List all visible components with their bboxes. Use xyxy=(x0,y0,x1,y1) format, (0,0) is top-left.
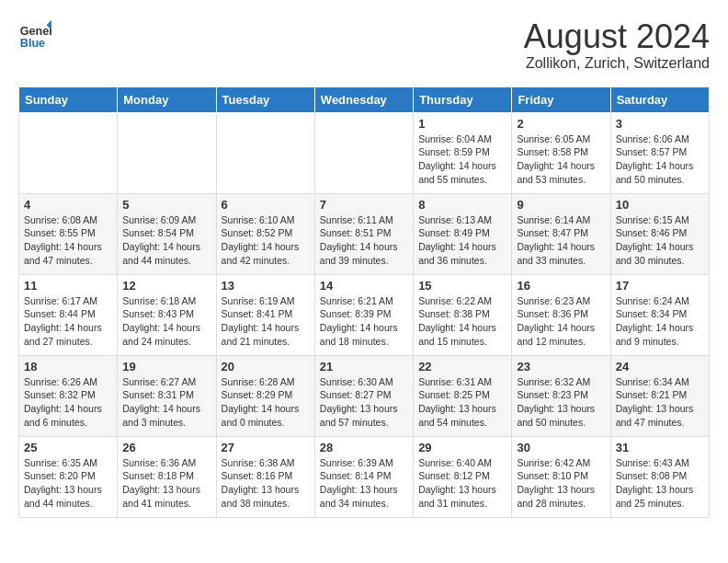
day-number: 3 xyxy=(616,117,704,131)
day-cell: 24Sunrise: 6:34 AM Sunset: 8:21 PM Dayli… xyxy=(610,355,709,436)
day-info: Sunrise: 6:21 AM Sunset: 8:39 PM Dayligh… xyxy=(320,294,408,349)
calendar-header-row: SundayMondayTuesdayWednesdayThursdayFrid… xyxy=(19,86,710,112)
day-cell xyxy=(314,112,413,193)
week-row-4: 18Sunrise: 6:26 AM Sunset: 8:32 PM Dayli… xyxy=(19,355,710,436)
day-cell: 15Sunrise: 6:22 AM Sunset: 8:38 PM Dayli… xyxy=(414,274,512,355)
day-info: Sunrise: 6:19 AM Sunset: 8:41 PM Dayligh… xyxy=(222,294,310,349)
day-number: 28 xyxy=(320,441,408,454)
day-info: Sunrise: 6:42 AM Sunset: 8:10 PM Dayligh… xyxy=(517,456,605,511)
day-number: 31 xyxy=(616,441,704,454)
day-number: 9 xyxy=(517,198,605,212)
column-header-sunday: Sunday xyxy=(19,86,118,112)
day-info: Sunrise: 6:17 AM Sunset: 8:44 PM Dayligh… xyxy=(24,294,112,349)
logo: General Blue xyxy=(18,18,51,52)
logo-icon: General Blue xyxy=(18,18,51,52)
day-info: Sunrise: 6:10 AM Sunset: 8:52 PM Dayligh… xyxy=(222,213,310,268)
day-cell: 23Sunrise: 6:32 AM Sunset: 8:23 PM Dayli… xyxy=(512,355,610,436)
day-number: 6 xyxy=(222,198,310,212)
day-number: 4 xyxy=(24,198,112,212)
day-number: 5 xyxy=(122,198,210,212)
day-number: 22 xyxy=(418,360,506,373)
day-number: 26 xyxy=(122,441,210,454)
svg-text:Blue: Blue xyxy=(20,37,45,50)
day-info: Sunrise: 6:28 AM Sunset: 8:29 PM Dayligh… xyxy=(222,375,310,430)
day-cell: 13Sunrise: 6:19 AM Sunset: 8:41 PM Dayli… xyxy=(216,274,314,355)
day-cell: 14Sunrise: 6:21 AM Sunset: 8:39 PM Dayli… xyxy=(314,274,413,355)
month-year: August 2024 xyxy=(524,18,710,55)
day-cell: 7Sunrise: 6:11 AM Sunset: 8:51 PM Daylig… xyxy=(314,193,413,274)
day-info: Sunrise: 6:36 AM Sunset: 8:18 PM Dayligh… xyxy=(122,456,210,511)
column-header-friday: Friday xyxy=(512,86,610,112)
day-info: Sunrise: 6:11 AM Sunset: 8:51 PM Dayligh… xyxy=(320,213,408,268)
calendar-table: SundayMondayTuesdayWednesdayThursdayFrid… xyxy=(18,86,710,518)
day-info: Sunrise: 6:23 AM Sunset: 8:36 PM Dayligh… xyxy=(517,294,605,349)
day-cell: 26Sunrise: 6:36 AM Sunset: 8:18 PM Dayli… xyxy=(118,436,216,517)
column-header-wednesday: Wednesday xyxy=(314,86,413,112)
day-cell: 17Sunrise: 6:24 AM Sunset: 8:34 PM Dayli… xyxy=(610,274,709,355)
day-info: Sunrise: 6:30 AM Sunset: 8:27 PM Dayligh… xyxy=(320,375,408,430)
day-cell: 6Sunrise: 6:10 AM Sunset: 8:52 PM Daylig… xyxy=(216,193,314,274)
day-info: Sunrise: 6:08 AM Sunset: 8:55 PM Dayligh… xyxy=(24,213,112,268)
day-info: Sunrise: 6:39 AM Sunset: 8:14 PM Dayligh… xyxy=(320,456,408,511)
day-number: 16 xyxy=(517,279,605,293)
day-info: Sunrise: 6:04 AM Sunset: 8:59 PM Dayligh… xyxy=(418,132,506,187)
day-cell: 11Sunrise: 6:17 AM Sunset: 8:44 PM Dayli… xyxy=(19,274,118,355)
day-info: Sunrise: 6:40 AM Sunset: 8:12 PM Dayligh… xyxy=(418,456,506,511)
day-cell: 18Sunrise: 6:26 AM Sunset: 8:32 PM Dayli… xyxy=(19,355,118,436)
day-info: Sunrise: 6:31 AM Sunset: 8:25 PM Dayligh… xyxy=(418,375,506,430)
day-cell: 8Sunrise: 6:13 AM Sunset: 8:49 PM Daylig… xyxy=(414,193,512,274)
day-number: 18 xyxy=(24,360,112,373)
title-block: August 2024 Zollikon, Zurich, Switzerlan… xyxy=(524,18,710,72)
day-info: Sunrise: 6:15 AM Sunset: 8:46 PM Dayligh… xyxy=(616,213,704,268)
day-cell: 9Sunrise: 6:14 AM Sunset: 8:47 PM Daylig… xyxy=(512,193,610,274)
day-cell: 19Sunrise: 6:27 AM Sunset: 8:31 PM Dayli… xyxy=(118,355,216,436)
day-number: 13 xyxy=(222,279,310,293)
day-info: Sunrise: 6:38 AM Sunset: 8:16 PM Dayligh… xyxy=(222,456,310,511)
day-info: Sunrise: 6:06 AM Sunset: 8:57 PM Dayligh… xyxy=(616,132,704,187)
column-header-monday: Monday xyxy=(118,86,216,112)
day-info: Sunrise: 6:09 AM Sunset: 8:54 PM Dayligh… xyxy=(122,213,210,268)
day-number: 2 xyxy=(517,117,605,131)
week-row-5: 25Sunrise: 6:35 AM Sunset: 8:20 PM Dayli… xyxy=(19,436,710,517)
day-info: Sunrise: 6:26 AM Sunset: 8:32 PM Dayligh… xyxy=(24,375,112,430)
column-header-thursday: Thursday xyxy=(414,86,512,112)
day-number: 14 xyxy=(320,279,408,293)
day-cell: 31Sunrise: 6:43 AM Sunset: 8:08 PM Dayli… xyxy=(610,436,709,517)
day-cell: 2Sunrise: 6:05 AM Sunset: 8:58 PM Daylig… xyxy=(512,112,610,193)
day-number: 23 xyxy=(517,360,605,373)
day-cell: 27Sunrise: 6:38 AM Sunset: 8:16 PM Dayli… xyxy=(216,436,314,517)
day-cell: 22Sunrise: 6:31 AM Sunset: 8:25 PM Dayli… xyxy=(414,355,512,436)
day-number: 11 xyxy=(24,279,112,293)
day-info: Sunrise: 6:05 AM Sunset: 8:58 PM Dayligh… xyxy=(517,132,605,187)
day-info: Sunrise: 6:13 AM Sunset: 8:49 PM Dayligh… xyxy=(418,213,506,268)
day-cell xyxy=(216,112,314,193)
day-cell xyxy=(19,112,118,193)
day-cell: 20Sunrise: 6:28 AM Sunset: 8:29 PM Dayli… xyxy=(216,355,314,436)
day-number: 30 xyxy=(517,441,605,454)
day-number: 21 xyxy=(320,360,408,373)
day-number: 10 xyxy=(616,198,704,212)
day-cell: 30Sunrise: 6:42 AM Sunset: 8:10 PM Dayli… xyxy=(512,436,610,517)
week-row-1: 1Sunrise: 6:04 AM Sunset: 8:59 PM Daylig… xyxy=(19,112,710,193)
day-cell: 10Sunrise: 6:15 AM Sunset: 8:46 PM Dayli… xyxy=(610,193,709,274)
day-cell: 16Sunrise: 6:23 AM Sunset: 8:36 PM Dayli… xyxy=(512,274,610,355)
day-number: 24 xyxy=(616,360,704,373)
day-number: 15 xyxy=(418,279,506,293)
day-cell: 5Sunrise: 6:09 AM Sunset: 8:54 PM Daylig… xyxy=(118,193,216,274)
location: Zollikon, Zurich, Switzerland xyxy=(524,55,710,72)
day-number: 7 xyxy=(320,198,408,212)
week-row-2: 4Sunrise: 6:08 AM Sunset: 8:55 PM Daylig… xyxy=(19,193,710,274)
day-cell: 25Sunrise: 6:35 AM Sunset: 8:20 PM Dayli… xyxy=(19,436,118,517)
day-cell: 3Sunrise: 6:06 AM Sunset: 8:57 PM Daylig… xyxy=(610,112,709,193)
day-info: Sunrise: 6:27 AM Sunset: 8:31 PM Dayligh… xyxy=(122,375,210,430)
day-number: 1 xyxy=(418,117,506,131)
day-info: Sunrise: 6:22 AM Sunset: 8:38 PM Dayligh… xyxy=(418,294,506,349)
column-header-tuesday: Tuesday xyxy=(216,86,314,112)
week-row-3: 11Sunrise: 6:17 AM Sunset: 8:44 PM Dayli… xyxy=(19,274,710,355)
day-number: 8 xyxy=(418,198,506,212)
day-number: 20 xyxy=(222,360,310,373)
day-cell: 4Sunrise: 6:08 AM Sunset: 8:55 PM Daylig… xyxy=(19,193,118,274)
day-info: Sunrise: 6:43 AM Sunset: 8:08 PM Dayligh… xyxy=(616,456,704,511)
day-number: 25 xyxy=(24,441,112,454)
day-cell xyxy=(118,112,216,193)
